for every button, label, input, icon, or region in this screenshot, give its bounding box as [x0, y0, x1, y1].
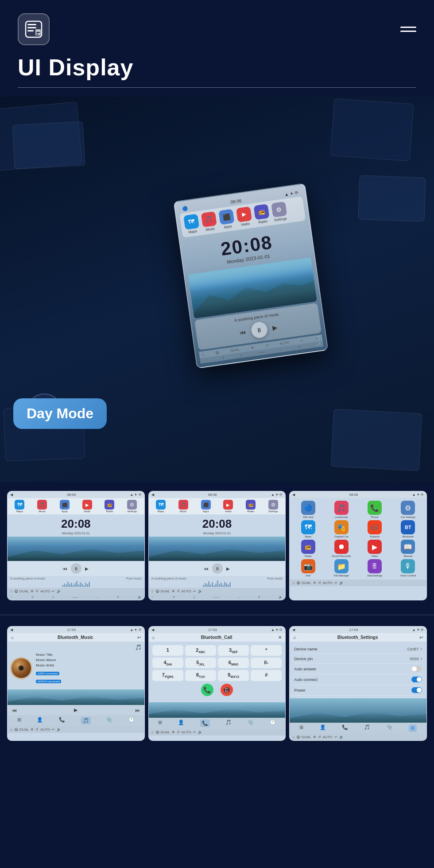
bt-call-nav-user[interactable]: 👤 — [178, 720, 184, 727]
app-360view[interactable]: 🔵 360 view — [292, 501, 324, 518]
dial-0-dash[interactable]: 0- — [251, 658, 282, 668]
bt-settings-nav-phone[interactable]: 📞 — [342, 724, 348, 732]
bt-settings-nav-user[interactable]: 👤 — [320, 724, 326, 732]
bt-settings-landscape — [290, 698, 426, 723]
bt-next-btn[interactable]: ⏭ — [135, 708, 140, 713]
dial-6[interactable]: 6MNO — [218, 658, 249, 668]
bt-settings-nav-music[interactable]: 🎵 — [364, 724, 370, 732]
bt-tag-a2dp: A2DP connected — [36, 668, 142, 676]
grid-row-1: ◀ 08:06 ▲ ✦ ⟳ 🗺Maps 🎵Music ⬛Apps ▶Vedio … — [7, 491, 427, 600]
mini-pause-2[interactable]: ⏸ — [212, 563, 223, 574]
bt-device-pin-row: Device pin 0000 › — [294, 654, 422, 664]
bt-auto-connect-row: Auto connect — [294, 674, 422, 685]
app-dispsettings[interactable]: 🎚 DispSettings — [359, 559, 391, 577]
app-bluetooth[interactable]: BT Bluetooth — [392, 520, 424, 538]
app-video[interactable]: ▶ Video — [359, 540, 391, 557]
bt-nav-clip-icon[interactable]: 📎 — [106, 717, 112, 724]
app-radio[interactable]: 📻 Radio — [292, 540, 324, 557]
dial-2[interactable]: 2ABC — [185, 645, 216, 656]
dial-4[interactable]: 4GHI — [152, 658, 183, 668]
app-kuwooo[interactable]: 🎶 Kuwooo — [359, 520, 391, 538]
dial-5[interactable]: 5JKL — [185, 658, 216, 668]
dial-8[interactable]: 8TUV — [185, 670, 216, 681]
hero-section: 350 🔵 08:06 ▲ ✦ ⟳ 🗺 Maps 🎵 Music — [0, 97, 434, 482]
app-originalcar[interactable]: 🎭 Original Car — [326, 520, 357, 538]
bt-music-album: Music Album — [36, 658, 142, 663]
next-button[interactable]: ▶ — [272, 324, 278, 331]
bt-call-nav-clip[interactable]: 📎 — [248, 720, 254, 727]
bt-play-btn[interactable]: ▶ — [74, 707, 78, 713]
hamburger-menu-icon[interactable] — [400, 27, 416, 32]
app-voicecontrol[interactable]: 🎙 Voice Control — [392, 559, 424, 577]
app-manual[interactable]: 📖 Manual — [392, 540, 424, 557]
mini-prev-2[interactable]: ⏮ — [204, 566, 209, 571]
dial-reject-button[interactable]: 📵 — [221, 684, 233, 696]
chevron-device-name: › — [421, 646, 422, 651]
bt-settings-content: Device name CarBT › Device pin 0000 › — [290, 642, 426, 698]
mini-app-music: 🎵Music — [37, 500, 47, 513]
bt-call-nav-music[interactable]: 🎵 — [225, 720, 232, 727]
app-filemanager[interactable]: 📁 File Manager — [326, 559, 357, 577]
bt-call-nav-phone[interactable]: 📞 — [200, 720, 210, 727]
bt-call-title: Bluetooth_Call — [155, 635, 279, 640]
bt-call-back-icon[interactable]: ✕ — [278, 635, 282, 640]
mini-next-2[interactable]: ▶ — [226, 566, 230, 571]
bt-nav-music-icon[interactable]: 🎵 — [81, 717, 91, 724]
bt-music-artist: Music Artist — [36, 663, 142, 668]
bt-auto-connect-toggle[interactable] — [411, 677, 422, 682]
hero-phone-screen: 🔵 08:06 ▲ ✦ ⟳ 🗺 Maps 🎵 Music ⬛ Apps — [173, 183, 328, 369]
dial-7[interactable]: 7PQRS — [152, 670, 183, 681]
dial-3[interactable]: 3DEF — [218, 645, 249, 656]
bt-settings-phone: ◀ 17:53 ▲ ✦ ⟳ ⌂ Bluetooth_Settings ↩ Dev… — [289, 626, 427, 741]
bt-auto-answer-toggle[interactable] — [411, 666, 422, 672]
app-avin[interactable]: 📷 Avin — [292, 559, 324, 577]
mini-prev-1[interactable]: ⏮ — [63, 566, 67, 571]
dialpad: 1 2ABC 3DEF * 4GHI 5JKL 6MNO 0- 7PQRS 8T… — [149, 642, 286, 702]
app-maps[interactable]: 🗺 Maps — [292, 520, 324, 538]
grid-section-2: ◀ 17:53 ▲ ✦ ⟳ ⌂ Bluetooth_Music ↩ 🎵 — [0, 617, 434, 753]
bt-auto-answer-row: Auto answer — [294, 664, 422, 674]
bt-nav-user-icon[interactable]: 👤 — [37, 717, 43, 724]
mini-app-settings: ⚙Settings — [127, 500, 137, 513]
nav-app-apps: ⬛ Apps — [218, 209, 235, 230]
bt-settings-nav-clip[interactable]: 📎 — [387, 724, 393, 732]
bt-power-toggle[interactable] — [411, 687, 422, 693]
grid-section-1: ◀ 08:06 ▲ ✦ ⟳ 🗺Maps 🎵Music ⬛Apps ▶Vedio … — [0, 482, 434, 613]
bt-music-bottom-nav: ⊞ 👤 📞 🎵 📎 🕐 — [8, 715, 144, 726]
bt-music-back-icon[interactable]: ↩ — [137, 635, 141, 640]
bt-nav-phone-icon[interactable]: 📞 — [59, 717, 65, 724]
svg-rect-2 — [27, 27, 36, 28]
dial-1[interactable]: 1 — [152, 645, 183, 656]
bt-prev-btn[interactable]: ⏮ — [12, 708, 17, 713]
bt-call-header: ⌂ Bluetooth_Call ✕ — [149, 633, 286, 642]
nav-app-radio: 📻 Radio — [254, 204, 271, 225]
app-carsettings[interactable]: ⚙ Car Settings — [392, 501, 424, 518]
dial-star[interactable]: * — [251, 645, 282, 656]
app-localmusic[interactable]: 🎵 Localmusic — [326, 501, 357, 518]
day-mode-badge: Day Mode — [13, 398, 107, 429]
mini-landscape-1 — [8, 537, 144, 561]
mini-pause-1[interactable]: ⏸ — [71, 563, 81, 574]
bt-settings-nav-grid[interactable]: ⊞ — [299, 724, 303, 732]
bt-album-art — [10, 657, 32, 679]
bt-call-nav-grid[interactable]: ⊞ — [158, 720, 162, 727]
logo-icon — [18, 13, 50, 45]
bt-nav-grid-icon[interactable]: ⊞ — [17, 717, 21, 724]
bt-nav-clock-icon[interactable]: 🕐 — [128, 717, 135, 724]
bt-settings-back-icon[interactable]: ↩ — [419, 635, 423, 640]
prev-button[interactable]: ⏮ — [239, 328, 246, 336]
mini-waveform-1 — [8, 581, 144, 588]
dial-hash[interactable]: # — [251, 670, 282, 681]
bt-settings-bottom-nav: ⊞ 👤 📞 🎵 📎 ⚙ — [290, 723, 426, 734]
pause-button[interactable]: ⏸ — [250, 321, 268, 339]
nav-app-settings: ⚙ Settings — [271, 201, 288, 222]
bt-music-title: Bluetooth_Music — [14, 635, 137, 640]
bt-call-nav-clock[interactable]: 🕐 — [270, 720, 276, 727]
mini-next-1[interactable]: ▶ — [85, 566, 89, 571]
bt-settings-nav-clock[interactable]: ⚙ — [409, 724, 417, 732]
app-soundrecorder[interactable]: ⏺ Sound Recorder — [326, 540, 357, 557]
bt-call-phone: ◀ 17:53 ▲ ✦ ⟳ ⌂ Bluetooth_Call ✕ 1 2ABC … — [148, 626, 286, 741]
dial-accept-button[interactable]: 📞 — [201, 684, 213, 696]
app-phone[interactable]: 📞 Phone — [359, 501, 391, 518]
dial-9[interactable]: 9WXYZ — [218, 670, 249, 681]
